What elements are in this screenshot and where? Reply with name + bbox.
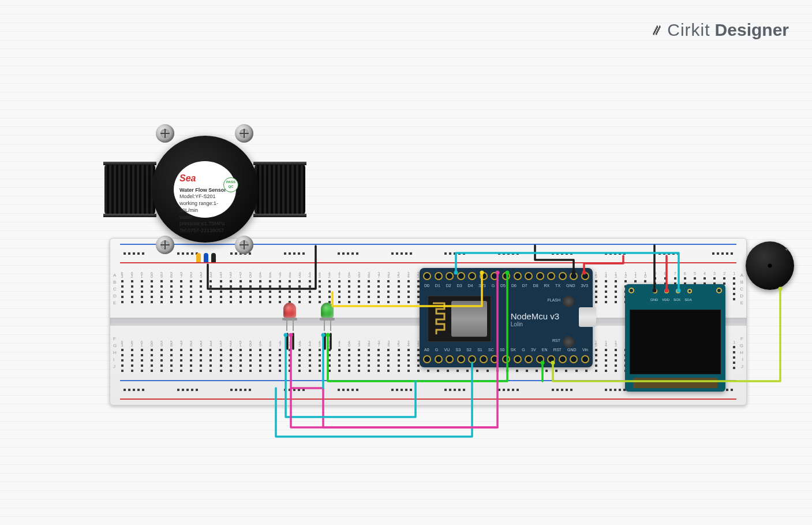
oled-display[interactable]: GND VDD SCK SDA	[625, 284, 725, 392]
board-name: NodeMcu v3 Lolin	[511, 311, 559, 327]
sensor-spec: Water Flow Sensor	[179, 187, 230, 194]
row-label: E	[113, 300, 116, 306]
screw-icon	[156, 124, 174, 143]
buzzer-polarity-mark: +	[785, 246, 788, 252]
qc-text: QC	[229, 185, 234, 189]
oled-pin-label: SCK	[673, 298, 680, 301]
sensor-spec: water pressure:≤1.75MPa	[179, 214, 230, 228]
board-subtitle: Lolin	[511, 321, 559, 327]
row-label: D	[740, 293, 743, 299]
water-flow-sensor[interactable]: Sea PASS QC Water Flow Sensor Model:YF-S…	[107, 121, 303, 265]
sensor-spec: Model:YF-S201	[179, 193, 230, 200]
mcu-pin-labels-top: D0D1D2D3D43V3GD5D6D7D8RXTXGND3V3	[424, 284, 588, 288]
row-label: G	[113, 343, 117, 348]
sensor-spec: Tel:0757-22139057	[179, 228, 230, 234]
row-label: I	[113, 357, 114, 362]
row-label: F	[740, 336, 743, 341]
led-bulb	[283, 303, 296, 318]
app-logo: ⫽ Cirkit Designer	[650, 20, 789, 40]
reset-button[interactable]	[563, 336, 574, 348]
screw-icon	[235, 236, 253, 254]
row-label: E	[740, 300, 743, 306]
mcu-pin-labels-bottom: A0GVUS3S2S1SCS0SKG3VENRSTGNDVin	[424, 348, 588, 352]
row-label: D	[113, 293, 117, 299]
wifi-antenna-icon	[432, 301, 447, 337]
screw-icon	[235, 124, 253, 143]
flow-sensor-brand: Sea	[179, 173, 196, 183]
esp8266-module	[428, 296, 491, 342]
row-label: G	[740, 343, 743, 348]
piezo-buzzer[interactable]: +	[746, 241, 794, 290]
row-label: H	[113, 350, 117, 355]
brand-1: Cirkit	[667, 20, 710, 40]
screw-icon	[156, 236, 174, 254]
led-green[interactable]	[321, 303, 334, 323]
flow-sensor-body: Sea PASS QC Water Flow Sensor Model:YF-S…	[152, 136, 259, 243]
row-label: B	[740, 280, 743, 285]
pass-text: PASS	[226, 180, 235, 185]
logo-mark: ⫽	[650, 22, 663, 38]
row-label: C	[113, 286, 117, 292]
flow-sensor-pass-badge: PASS QC	[223, 177, 238, 192]
led-bulb	[321, 303, 334, 318]
row-label: I	[742, 357, 743, 362]
oled-pin-label: VDD	[662, 298, 669, 301]
row-label: A	[740, 273, 743, 278]
micro-usb-port	[579, 307, 596, 327]
flash-button[interactable]	[563, 296, 574, 307]
oled-pin-label: GND	[650, 298, 658, 301]
flow-sensor-inlet	[104, 164, 155, 215]
row-label: B	[113, 280, 116, 285]
flow-sensor-outlet	[255, 164, 305, 215]
sensor-spec: working range:1-30L/min	[179, 200, 230, 214]
lead-yellow	[196, 253, 201, 262]
row-label: A	[113, 273, 116, 278]
oled-screen	[630, 310, 721, 374]
led-red[interactable]	[283, 303, 296, 323]
row-label: H	[740, 350, 743, 355]
oled-pin-labels: GND VDD SCK SDA	[650, 298, 692, 301]
rf-shield-icon	[451, 301, 487, 337]
oled-flex-cable	[633, 378, 717, 388]
row-label: F	[113, 336, 116, 341]
lead-black	[211, 253, 216, 262]
row-label: J	[741, 364, 743, 369]
lead-red	[204, 253, 208, 262]
row-label: C	[740, 286, 743, 292]
nodemcu-board[interactable]: D0D1D2D3D43V3GD5D6D7D8RXTXGND3V3 NodeMcu…	[420, 268, 593, 367]
mcu-pin-row-top	[423, 269, 589, 283]
mcu-pin-row-bottom	[423, 352, 589, 366]
reset-label: RST	[552, 338, 560, 342]
brand-2: Designer	[715, 20, 789, 40]
oled-header-pins	[653, 289, 692, 293]
flash-label: FLASH	[547, 298, 560, 302]
flow-sensor-leads	[196, 253, 216, 262]
oled-pin-label: SDA	[684, 298, 691, 301]
board-title: NodeMcu v3	[511, 311, 559, 321]
flow-sensor-label: Sea PASS QC Water Flow Sensor Model:YF-S…	[174, 161, 236, 218]
row-label: J	[113, 364, 115, 369]
